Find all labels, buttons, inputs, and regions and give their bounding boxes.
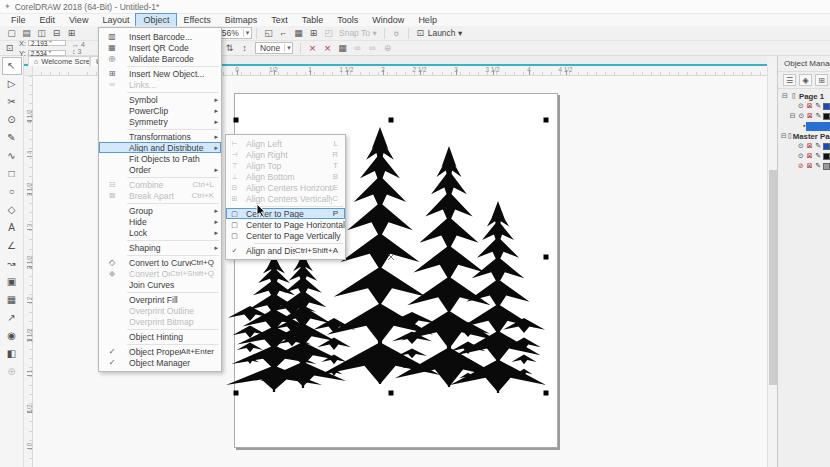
ruler-label: 3 xyxy=(454,66,458,73)
menu-effects[interactable]: Effects xyxy=(176,14,217,26)
launch-dropdown[interactable]: Launch ▾ xyxy=(428,28,463,38)
menu-help[interactable]: Help xyxy=(411,14,444,26)
show-rulers-icon[interactable]: ⌐ xyxy=(276,27,291,40)
shortcut-label: T xyxy=(333,161,345,170)
shape-tool[interactable]: ▷ xyxy=(3,76,21,92)
menu-layout[interactable]: Layout xyxy=(95,14,136,26)
menu-edit[interactable]: Edit xyxy=(33,14,63,26)
menu-text[interactable]: Text xyxy=(264,14,295,26)
color-eyedropper-tool[interactable]: ↗ xyxy=(3,310,21,326)
menu-view[interactable]: View xyxy=(62,14,95,26)
menu-item-align-and-distribute[interactable]: Align and Distribute▸ xyxy=(99,142,221,153)
freehand-tool[interactable]: ✎ xyxy=(3,130,21,146)
full-screen-preview-icon[interactable]: ◱ xyxy=(261,27,276,40)
ellipse-tool[interactable]: ○ xyxy=(3,184,21,200)
object-position-icon: ⊡ xyxy=(2,42,17,55)
menu-bitmaps[interactable]: Bitmaps xyxy=(218,14,265,26)
outline-position-icon[interactable]: ↕ xyxy=(237,42,252,55)
om-selected-object[interactable] xyxy=(806,122,830,131)
menu-item-order[interactable]: Order▸ xyxy=(99,164,221,175)
connector-tool[interactable]: ↝ xyxy=(3,256,21,272)
new-document-icon[interactable]: ▢ xyxy=(4,27,19,40)
smart-fill-tool[interactable]: ◉ xyxy=(3,328,21,344)
menu-item-lock[interactable]: Lock▸ xyxy=(99,227,221,238)
menu-item-powerclip[interactable]: PowerClip▸ xyxy=(99,105,221,116)
menu-item-hide[interactable]: Hide▸ xyxy=(99,216,221,227)
snap-to-dropdown[interactable]: Snap To ▾ xyxy=(339,28,377,38)
clear-rotation-icon[interactable]: ⨯ xyxy=(320,42,335,55)
scrollbar-thumb[interactable] xyxy=(769,170,777,385)
tab-welcome-screen[interactable]: ⌂ Welcome Screen xyxy=(28,56,90,66)
transparency-tool[interactable]: ▦ xyxy=(3,292,21,308)
menu-item-shaping[interactable]: Shaping▸ xyxy=(99,242,221,253)
wireframe-icon[interactable]: ▦ xyxy=(335,42,350,55)
menu-item-label: Center to Page Vertically xyxy=(226,231,345,241)
show-object-properties-icon[interactable]: ◈ xyxy=(799,74,812,86)
menu-item-overprint-fill[interactable]: Overprint Fill xyxy=(99,294,221,305)
om-layer-row[interactable]: ⊘⊠✎ xyxy=(781,161,830,171)
paste-icon[interactable]: ⊞ xyxy=(64,27,79,40)
show-guidelines-icon[interactable]: ⊞ xyxy=(306,27,321,40)
pick-tool[interactable]: ↖ xyxy=(3,58,21,74)
polygon-tool[interactable]: ◇ xyxy=(3,202,21,218)
menu-item-insert-new-object[interactable]: ⊞Insert New Object... xyxy=(99,68,221,79)
menu-item-object-manager[interactable]: ✓Object Manager xyxy=(99,357,221,368)
om-page-row[interactable]: ⊟▯Page 1 xyxy=(781,91,830,101)
ruler-label: 1 xyxy=(308,66,312,73)
x-position-field[interactable]: 2.193 " xyxy=(28,40,66,47)
add-icon[interactable]: ⊕ xyxy=(380,42,395,55)
menu-item-insert-qr-code[interactable]: ▦Insert QR Code xyxy=(99,42,221,53)
interactive-fill-tool[interactable]: ◧ xyxy=(3,346,21,362)
menu-item-insert-barcode[interactable]: ▥Insert Barcode... xyxy=(99,31,221,42)
menu-item-join-curves[interactable]: Join Curves xyxy=(99,279,221,290)
menu-file[interactable]: File xyxy=(4,14,33,26)
text-tool[interactable]: A xyxy=(3,220,21,236)
drop-shadow-tool[interactable]: ▣ xyxy=(3,274,21,290)
show-grid-icon[interactable]: ▦ xyxy=(291,27,306,40)
object-manager-tree: ⊟▯Page 1⊙⊠✎⊟⊙⊠✎▪⊟▯Master Page⊙⊠✎⊙⊠✎⊘⊠✎ xyxy=(778,89,830,171)
to-back-icon[interactable]: ⇅ xyxy=(222,42,237,55)
menu-table[interactable]: Table xyxy=(295,14,331,26)
link-icon[interactable]: ∞ xyxy=(350,42,365,55)
unlink-icon[interactable]: ∞ xyxy=(365,42,380,55)
zoom-tool[interactable]: ⊙ xyxy=(3,112,21,128)
menu-item-object-hinting[interactable]: Object Hinting xyxy=(99,331,221,342)
menu-item-validate-barcode[interactable]: ◎Validate Barcode xyxy=(99,53,221,64)
break-apart-icon: ⊠ xyxy=(99,191,125,200)
object-size-fields: ↔ 4 ↕ 3 xyxy=(72,41,85,55)
remove-transform-icon[interactable]: ⨯ xyxy=(305,42,320,55)
om-page-row[interactable]: ⊟▯Master Page xyxy=(781,131,830,141)
vertical-scrollbar[interactable] xyxy=(767,66,777,467)
menu-item-symbol[interactable]: Symbol▸ xyxy=(99,94,221,105)
edit-across-layers-icon[interactable]: ⊞ xyxy=(815,74,828,86)
menu-item-transformations[interactable]: Transformations▸ xyxy=(99,131,221,142)
edit-fill-tool[interactable]: ⊕ xyxy=(3,364,21,380)
layer-manager-view-icon[interactable]: ☰ xyxy=(783,74,796,86)
om-layer-row[interactable]: ⊙⊠✎ xyxy=(781,151,830,161)
options-gear-icon[interactable]: ☼ xyxy=(389,27,404,40)
om-layer-row[interactable]: ⊟⊙⊠✎ xyxy=(781,111,830,121)
snap-image-icon[interactable]: ◰ xyxy=(321,27,336,40)
outline-width-combo[interactable]: None ▾ xyxy=(255,42,293,54)
menu-item-align-and-distribute[interactable]: ✓Align and DistributeCtrl+Shift+A xyxy=(226,245,345,256)
rectangle-tool[interactable]: □ xyxy=(3,166,21,182)
om-object-row[interactable]: ▪ xyxy=(781,121,830,131)
menu-item-symmetry[interactable]: Symmetry▸ xyxy=(99,116,221,127)
menu-item-convert-to-curves[interactable]: ◇Convert to CurvesCtrl+Q xyxy=(99,257,221,268)
menu-window[interactable]: Window xyxy=(365,14,411,26)
artistic-media-tool[interactable]: ∿ xyxy=(3,148,21,164)
pencil-icon: ✎ xyxy=(814,162,822,170)
menu-item-center-to-page-horizontally[interactable]: ▢Center to Page Horizontally xyxy=(226,219,345,230)
menu-item-group[interactable]: Group▸ xyxy=(99,205,221,216)
crop-tool[interactable]: ✂ xyxy=(3,94,21,110)
menu-tools[interactable]: Tools xyxy=(330,14,365,26)
menu-item-fit-objects-to-path[interactable]: Fit Objects to Path xyxy=(99,153,221,164)
menu-item-object-properties[interactable]: ✓Object PropertiesAlt+Enter xyxy=(99,346,221,357)
dimension-tool[interactable]: ∠ xyxy=(3,238,21,254)
om-layer-row[interactable]: ⊙⊠✎ xyxy=(781,101,830,111)
menu-object[interactable]: Object xyxy=(136,14,176,26)
menu-item-center-to-page-vertically[interactable]: ▢Center to Page Vertically xyxy=(226,230,345,241)
om-layer-row[interactable]: ⊙⊠✎ xyxy=(781,141,830,151)
menu-item-center-to-page[interactable]: ▢Center to PageP xyxy=(226,208,345,219)
vertical-ruler[interactable]: 4 1/243 1/232 1/221 1/211/20 xyxy=(24,76,33,467)
